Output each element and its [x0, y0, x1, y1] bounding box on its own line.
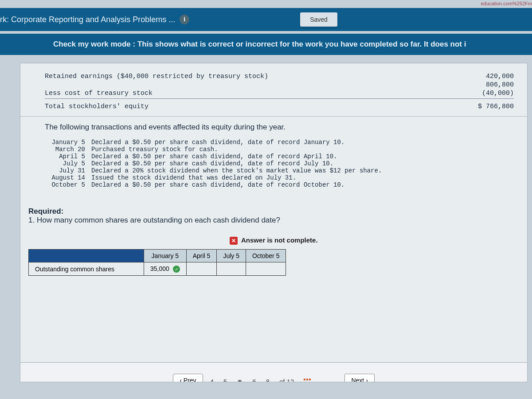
- transaction-row: January 5Declared a $0.50 per share cash…: [45, 139, 514, 146]
- tx-date: April 5: [45, 153, 91, 160]
- statement-row: Retained earnings ($40,000 restricted by…: [45, 72, 514, 81]
- column-header: October 5: [246, 250, 286, 262]
- answer-cell[interactable]: [246, 262, 286, 276]
- tx-desc: Declared a 20% stock dividend when the s…: [91, 167, 514, 174]
- tx-date: January 5: [45, 139, 91, 146]
- transaction-row: July 5Declared a $0.50 per share cash di…: [45, 160, 514, 167]
- statement-value: $ 766,800: [465, 103, 514, 110]
- link-icon: ⚭: [234, 377, 245, 382]
- tx-date: October 5: [45, 181, 91, 188]
- transaction-row: April 5Declared a $0.50 per share cash d…: [45, 153, 514, 160]
- statement-value: 806,800: [465, 81, 514, 89]
- chevron-left-icon: ‹: [180, 377, 182, 382]
- transactions-list: January 5Declared a $0.50 per share cash…: [20, 136, 527, 197]
- tx-desc: Issued the stock dividend that was decla…: [91, 174, 514, 181]
- column-header: January 5: [144, 250, 187, 262]
- statement-label: Retained earnings ($40,000 restricted by…: [45, 73, 465, 80]
- equity-statement: Retained earnings ($40,000 restricted by…: [20, 63, 527, 117]
- statement-label: Total stockholders' equity: [45, 103, 465, 110]
- transaction-row: July 31Declared a 20% stock dividend whe…: [45, 167, 514, 174]
- assignment-header: rk: Corporate Reporting and Analysis Pro…: [0, 8, 532, 31]
- chevron-right-icon: ›: [366, 377, 368, 382]
- answer-cell[interactable]: [217, 262, 246, 276]
- statement-label: [45, 81, 465, 89]
- prev-label: Prev: [184, 377, 196, 382]
- statement-row: Total stockholders' equity $ 766,800: [45, 102, 514, 111]
- answer-status: ✕ Answer is not complete.: [20, 229, 527, 248]
- statement-row: 806,800: [45, 81, 514, 89]
- x-icon: ✕: [230, 237, 238, 245]
- info-icon[interactable]: i: [180, 15, 189, 24]
- assignment-title: rk: Corporate Reporting and Analysis Pro…: [0, 15, 175, 24]
- tx-desc: Declared a $0.50 per share cash dividend…: [91, 153, 514, 160]
- content-panel: Retained earnings ($40,000 restricted by…: [20, 63, 528, 382]
- divider: [45, 98, 514, 99]
- required-block: Required: 1. How many common shares are …: [20, 197, 527, 229]
- check-my-work-banner: Check my work mode : This shows what is …: [0, 34, 532, 55]
- statement-label: Less cost of treasury stock: [45, 90, 465, 97]
- transaction-row: October 5Declared a $0.50 per share cash…: [45, 181, 514, 188]
- transaction-row: March 20Purchased treasury stock for cas…: [45, 146, 514, 153]
- statement-value: (40,000): [465, 90, 514, 97]
- answer-cell[interactable]: [186, 262, 217, 276]
- page-number[interactable]: 8: [263, 378, 272, 382]
- answer-cell[interactable]: 35,000 ✓: [144, 262, 187, 276]
- tx-date: March 20: [45, 146, 91, 153]
- column-header: April 5: [186, 250, 217, 262]
- url-fragment: education.com%252Fm: [481, 1, 532, 6]
- answer-status-text: Answer is not complete.: [241, 236, 318, 244]
- statement-row: Less cost of treasury stock (40,000): [45, 89, 514, 98]
- tx-desc: Purchased treasury stock for cash.: [91, 146, 514, 153]
- tx-desc: Declared a $0.50 per share cash dividend…: [91, 181, 514, 188]
- tx-desc: Declared a $0.50 per share cash dividend…: [91, 160, 514, 167]
- question-nav: ‹ Prev 4 5 ⚭ 6 8 of 12 Next ›: [20, 362, 527, 382]
- prev-button[interactable]: ‹ Prev: [173, 374, 203, 382]
- transaction-row: August 14Issued the stock dividend that …: [45, 174, 514, 181]
- grid-icon[interactable]: [301, 378, 313, 382]
- answer-value: 35,000: [150, 265, 169, 272]
- required-heading: Required:: [28, 207, 514, 216]
- page-number[interactable]: 4: [207, 378, 216, 382]
- tx-date: July 31: [45, 167, 91, 174]
- page-total: of 12: [277, 378, 297, 382]
- tx-date: July 5: [45, 160, 91, 167]
- row-label: Outstanding common shares: [29, 262, 144, 276]
- table-corner: [29, 250, 144, 262]
- saved-indicator: Saved: [300, 12, 337, 27]
- next-button[interactable]: Next ›: [344, 374, 374, 382]
- next-label: Next: [351, 377, 364, 382]
- tx-desc: Declared a $0.50 per share cash dividend…: [91, 139, 514, 146]
- tx-date: August 14: [45, 174, 91, 181]
- page-number[interactable]: 5: [221, 378, 230, 382]
- required-item: 1. How many common shares are outstandin…: [28, 216, 514, 225]
- check-icon: ✓: [173, 266, 180, 273]
- statement-value: 420,000: [465, 73, 514, 80]
- page-number[interactable]: 6: [250, 378, 258, 382]
- section-intro: The following transactions and events af…: [20, 117, 527, 136]
- answer-table: January 5 April 5 July 5 October 5 Outst…: [28, 249, 286, 276]
- column-header: July 5: [217, 250, 246, 262]
